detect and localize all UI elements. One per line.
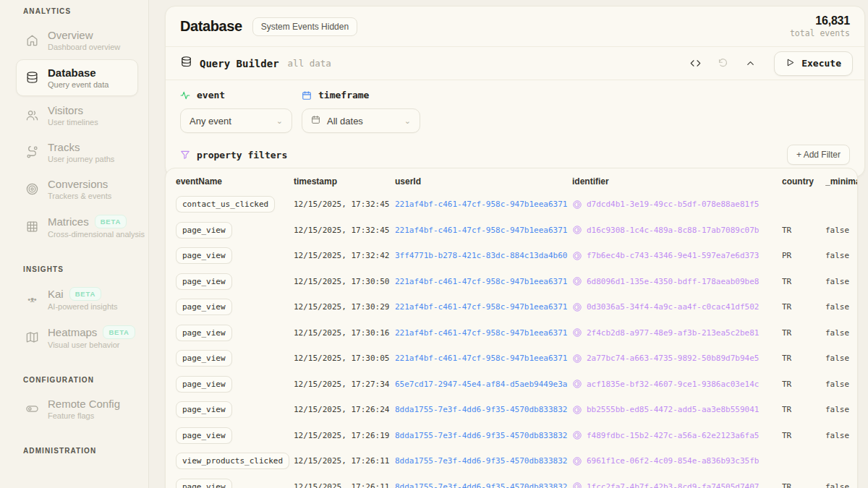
code-view-icon[interactable] [681,53,709,74]
event-field-label: event [180,90,302,100]
table-row[interactable]: page_view12/15/2025, 17:26:198dda1755-7e… [166,423,857,449]
calendar-icon [302,90,312,100]
section-label-configuration: CONFIGURATION [23,376,137,384]
identifier-link[interactable]: bb2555bb-ed85-4472-add5-aa3e8b559041 [572,405,782,415]
sidebar-item-matrices[interactable]: MatricesBETACross-dimensional analysis [16,208,138,245]
table-row[interactable]: page_view12/15/2025, 17:32:423ff4771b-b2… [166,243,857,269]
sidebar-item-kai[interactable]: •ᴥ•KaiBETAAI-powered insights [16,281,138,317]
identifier-link[interactable]: d7dcd4b1-3e19-49cc-b5df-078e88ae81f5 [572,200,782,210]
table-row[interactable]: page_view12/15/2025, 17:30:16221af4bf-c4… [166,320,857,346]
sidebar: ANALYTICSOverviewDashboard overviewDatab… [0,0,149,488]
event-name-chip[interactable]: page_view [176,222,232,239]
table-row[interactable]: page_view12/15/2025, 17:26:118dda1755-7e… [166,474,857,488]
user-id-link[interactable]: 3ff4771b-b278-421c-83dc-884c13da4b60 [395,251,572,260]
calendar-icon [311,114,320,127]
user-id-link[interactable]: 221af4bf-c461-47cf-958c-947b1eea6371 [395,277,572,286]
country-cell: TR [782,380,825,389]
identifier-link[interactable]: 2a77bc74-a663-4735-9892-50b89d7b94e5 [572,354,782,364]
column-header-timestamp[interactable]: timestamp [294,176,395,187]
identifier-value: f489fdbc-15b2-427c-a56a-62e2123a6fa5 [587,431,759,440]
table-row[interactable]: page_view12/15/2025, 17:30:05221af4bf-c4… [166,346,857,372]
column-header-country[interactable]: country [782,176,825,187]
column-header-userid[interactable]: userId [395,176,572,187]
identifier-link[interactable]: f489fdbc-15b2-427c-a56a-62e2123a6fa5 [572,430,782,440]
kai-face-icon: •ᴥ• [25,292,39,307]
sidebar-item-subtitle: User timelines [48,118,98,127]
event-name-chip[interactable]: page_view [176,247,232,264]
reset-icon[interactable] [709,53,736,74]
event-name-chip[interactable]: page_view [176,376,232,393]
identifier-link[interactable]: f7b6ec4b-c743-4346-9e41-597ea7e6d373 [572,251,782,261]
execute-button[interactable]: Execute [774,51,853,76]
identifier-link[interactable]: 1fcc2fa7-4b7f-42b3-8cd9-fa74505d7407 [572,481,782,488]
events-table: eventName timestamp userId identifier co… [165,168,858,488]
fingerprint-icon [572,328,582,338]
identifier-value: d16c9308-1c4c-489a-8c88-17ab7089c07b [587,226,759,235]
identifier-link[interactable]: 6961f1ce-06f2-4c09-854e-a836b93c35fb [572,456,782,466]
identifier-link[interactable]: 2f4cb2d8-a977-48e9-af3b-213ea5c2be81 [572,328,782,338]
grid-icon [25,220,39,234]
event-name-chip[interactable]: page_view [176,325,232,341]
event-name-chip[interactable]: page_view [176,273,232,290]
user-id-link[interactable]: 221af4bf-c461-47cf-958c-947b1eea6371 [395,328,572,338]
sidebar-item-overview[interactable]: OverviewDashboard overview [16,22,138,58]
system-events-hidden-badge[interactable]: System Events Hidden [252,17,357,36]
table-row[interactable]: view_products_clicked12/15/2025, 17:26:1… [166,448,857,474]
timestamp-cell: 12/15/2025, 17:30:29 [294,302,395,312]
route-icon [25,145,39,160]
column-header-identifier[interactable]: identifier [572,176,782,187]
event-name-chip[interactable]: page_view [176,299,232,315]
sidebar-item-remote-config[interactable]: Remote ConfigFeature flags [16,391,138,427]
table-row[interactable]: page_view12/15/2025, 17:32:45221af4bf-c4… [166,218,857,244]
table-row[interactable]: contact_us_clicked12/15/2025, 17:32:4522… [166,192,857,218]
table-row[interactable]: page_view12/15/2025, 17:30:50221af4bf-c4… [166,269,857,295]
timestamp-cell: 12/15/2025, 17:30:50 [294,277,395,286]
database-panel: Database System Events Hidden 16,831 tot… [165,6,865,177]
sidebar-item-label: Remote Config [48,398,120,410]
user-id-link[interactable]: 221af4bf-c461-47cf-958c-947b1eea6371 [395,226,572,235]
user-id-link[interactable]: 65e7cd17-2947-45e4-af84-d5aeb9449e3a [395,380,572,389]
play-icon [786,58,795,69]
event-name-chip[interactable]: page_view [176,427,232,444]
identifier-link[interactable]: 0d3036a5-34f4-4a9c-aa4f-c0cac41df502 [572,302,782,312]
event-select[interactable]: Any event ⌄ [180,108,292,133]
user-id-link[interactable]: 221af4bf-c461-47cf-958c-947b1eea6371 [395,354,572,363]
user-id-link[interactable]: 8dda1755-7e3f-4dd6-9f35-4570db833832 [395,482,572,488]
timeframe-select[interactable]: All dates ⌄ [302,108,420,133]
user-id-link[interactable]: 221af4bf-c461-47cf-958c-947b1eea6371 [395,302,572,312]
identifier-link[interactable]: 6d8096d1-135e-4350-bdff-178aeab09be8 [572,276,782,286]
add-filter-button[interactable]: + Add Filter [787,145,850,165]
sidebar-item-heatmaps[interactable]: HeatmapsBETAVisual user behavior [16,319,138,356]
table-row[interactable]: page_view12/15/2025, 17:27:3465e7cd17-29… [166,372,857,398]
country-cell: TR [782,482,825,488]
sidebar-item-tracks[interactable]: TracksUser journey paths [16,134,138,170]
sidebar-item-database[interactable]: DatabaseQuery event data [16,59,138,96]
sidebar-item-subtitle: Dashboard overview [48,43,120,51]
event-name-chip[interactable]: contact_us_clicked [176,196,275,213]
database-icon [25,71,39,85]
column-header-eventname[interactable]: eventName [176,176,294,187]
event-name-chip[interactable]: page_view [176,479,232,488]
timestamp-cell: 12/15/2025, 17:30:16 [294,328,395,338]
user-id-link[interactable]: 221af4bf-c461-47cf-958c-947b1eea6371 [395,200,572,209]
column-header-minimal[interactable]: _minimal [825,176,857,187]
sidebar-item-conversions[interactable]: ConversionsTrackers & events [16,171,138,207]
user-id-link[interactable]: 8dda1755-7e3f-4dd6-9f35-4570db833832 [395,405,572,414]
total-events-label: total events [790,28,850,38]
sidebar-item-visitors[interactable]: VisitorsUser timelines [16,98,138,133]
identifier-link[interactable]: acf1835e-bf32-4607-9ce1-9386ac03e14c [572,379,782,389]
query-builder-actions: Execute [681,51,853,76]
event-name-chip[interactable]: page_view [176,350,232,367]
minimal-cell: false [825,482,857,488]
country-cell: TR [782,431,825,440]
table-row[interactable]: page_view12/15/2025, 17:30:29221af4bf-c4… [166,294,857,320]
event-name-chip[interactable]: page_view [176,401,232,418]
fingerprint-icon [572,379,582,389]
collapse-chevron-icon[interactable] [736,53,764,74]
identifier-link[interactable]: d16c9308-1c4c-489a-8c88-17ab7089c07b [572,225,782,235]
user-id-link[interactable]: 8dda1755-7e3f-4dd6-9f35-4570db833832 [395,456,572,466]
table-row[interactable]: page_view12/15/2025, 17:26:248dda1755-7e… [166,397,857,423]
identifier-value: f7b6ec4b-c743-4346-9e41-597ea7e6d373 [587,251,759,260]
event-name-chip[interactable]: view_products_clicked [176,453,289,469]
user-id-link[interactable]: 8dda1755-7e3f-4dd6-9f35-4570db833832 [395,431,572,440]
